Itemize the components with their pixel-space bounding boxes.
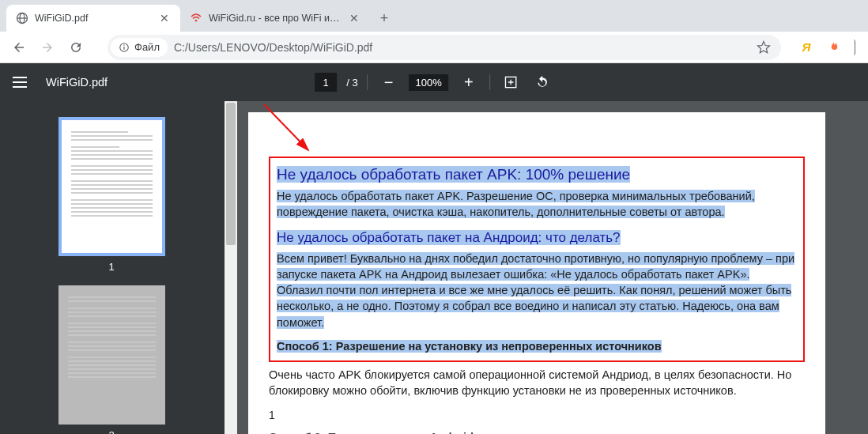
file-origin-label: Файл [134, 41, 160, 53]
ext-more-icon[interactable] [851, 40, 855, 55]
pdf-page: Не удалось обработать пакет APK: 100% ре… [248, 112, 825, 434]
page-area[interactable]: Не удалось обработать пакет APK: 100% ре… [237, 101, 868, 434]
zoom-in-button[interactable]: + [458, 71, 480, 93]
fit-page-icon[interactable] [500, 71, 522, 93]
browser-toolbar: Файл C:/Users/LENOVO/Desktop/WiFiGiD.pdf… [0, 32, 868, 63]
scrollbar[interactable] [225, 101, 237, 434]
menu-icon[interactable] [13, 73, 32, 92]
url-text: C:/Users/LENOVO/Desktop/WiFiGiD.pdf [174, 41, 372, 54]
annotation-box: Не удалось обработать пакет APK: 100% ре… [269, 157, 805, 362]
new-tab-button[interactable]: + [373, 7, 395, 29]
thumbnail-item[interactable]: 1 [58, 117, 179, 273]
svg-point-3 [195, 20, 198, 22]
page-total: / 3 [346, 77, 357, 89]
pdf-page-controls: / 3 − 100% + [315, 71, 553, 93]
doc-bold: Способ 1: Разрешение на установку из неп… [277, 340, 797, 353]
annotation-arrow [261, 101, 324, 164]
browser-tab[interactable]: WiFiGid.ru - все про WiFi и бе ✕ [180, 5, 370, 32]
thumbnail-label: 2 [108, 429, 114, 434]
close-icon[interactable]: ✕ [348, 12, 360, 25]
divider [489, 74, 490, 90]
address-bar[interactable]: Файл C:/Users/LENOVO/Desktop/WiFiGiD.pdf [108, 35, 781, 60]
thumbnail-page[interactable] [58, 285, 165, 425]
ext-fire-icon[interactable] [824, 38, 843, 57]
divider [368, 74, 368, 90]
tab-title: WiFiGiD.pdf [35, 13, 152, 24]
doc-paragraph: Всем привет! Буквально на днях победил д… [277, 251, 797, 330]
rotate-icon[interactable] [531, 71, 553, 93]
pdf-toolbar: WiFiGiD.pdf / 3 − 100% + [0, 63, 868, 101]
pdf-body: 1 2 Не удалось обработать пакет APK: 100… [0, 101, 868, 434]
zoom-out-button[interactable]: − [378, 71, 400, 93]
close-icon[interactable]: ✕ [158, 12, 171, 25]
svg-rect-5 [123, 46, 124, 49]
svg-rect-6 [123, 44, 124, 45]
page-number-input[interactable] [315, 73, 337, 92]
pdf-viewer: WiFiGiD.pdf / 3 − 100% + 1 [0, 63, 868, 434]
pdf-filename: WiFiGiD.pdf [46, 76, 108, 89]
doc-heading-2: Не удалось обработать пакет на Андроид: … [277, 230, 797, 246]
page-footer-number: 1 [269, 409, 805, 421]
doc-bold-cutoff: Способ 2: Проверка версии Android и архи… [269, 431, 805, 434]
forward-button[interactable] [35, 35, 60, 60]
thumbnail-label: 1 [108, 261, 114, 273]
doc-paragraph: Не удалось обработать пакет APK. Разреше… [277, 188, 797, 221]
globe-icon [16, 12, 28, 25]
thumbnail-panel: 1 2 [0, 101, 237, 434]
zoom-level: 100% [409, 74, 448, 91]
file-origin-pill[interactable]: Файл [111, 38, 168, 57]
back-button[interactable] [6, 35, 32, 60]
doc-heading-1: Не удалось обработать пакет APK: 100% ре… [277, 166, 797, 183]
doc-paragraph: Очень часто APK блокируется самой операц… [269, 367, 805, 399]
tab-title: WiFiGid.ru - все про WiFi и бе [209, 13, 342, 24]
wifi-icon [190, 12, 202, 25]
info-icon [119, 42, 130, 53]
extensions-area: Я [791, 38, 862, 57]
tab-strip: WiFiGiD.pdf ✕ WiFiGid.ru - все про WiFi … [0, 0, 868, 32]
thumbnail-item[interactable]: 2 [58, 285, 179, 434]
thumbnail-page[interactable] [58, 117, 165, 256]
reload-button[interactable] [63, 35, 89, 60]
star-icon[interactable] [754, 38, 773, 57]
svg-line-8 [264, 104, 308, 150]
ext-yellow-icon[interactable]: Я [797, 38, 816, 57]
browser-tab-active[interactable]: WiFiGiD.pdf ✕ [6, 5, 180, 32]
